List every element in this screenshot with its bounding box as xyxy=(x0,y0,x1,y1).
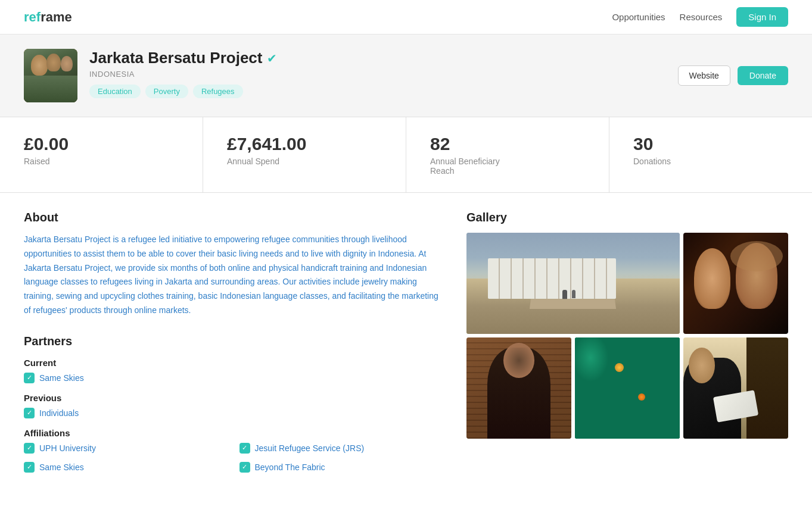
stat-beneficiary-label: Annual BeneficiaryReach xyxy=(430,157,585,176)
stat-donations-label: Donations xyxy=(633,157,788,166)
profile-title-row: Jarkata Bersatu Project ✔ xyxy=(89,49,666,67)
stats-bar: £0.00 Raised £7,641.00 Annual Spend 82 A… xyxy=(0,117,812,193)
partner-individuals: ✓ Individuals xyxy=(24,408,443,418)
partners-title: Partners xyxy=(24,335,443,348)
check-icon-beyond-fabric: ✓ xyxy=(239,462,250,473)
nav-right: Opportunities Resources Sign In xyxy=(612,7,788,27)
stat-raised-value: £0.00 xyxy=(24,134,179,154)
gallery-grid xyxy=(466,233,788,439)
check-icon: ✓ xyxy=(24,373,35,383)
right-column: Gallery xyxy=(466,211,788,493)
gallery-item-women[interactable] xyxy=(683,233,788,334)
check-icon-individuals: ✓ xyxy=(24,408,35,418)
verified-icon: ✔ xyxy=(267,51,277,65)
left-column: About Jakarta Bersatu Project is a refug… xyxy=(24,211,466,493)
profile-tags: Education Poverty Refugees xyxy=(89,85,666,98)
previous-label: Previous xyxy=(24,393,443,403)
partner-same-skies-current-name: Same Skies xyxy=(39,373,84,383)
profile-avatar xyxy=(24,49,77,102)
affiliation-beyond-fabric-name: Beyond The Fabric xyxy=(255,462,325,472)
affiliation-beyond-fabric: ✓ Beyond The Fabric xyxy=(239,462,443,473)
logo-re: ref xyxy=(24,10,41,24)
affiliation-same-skies-name: Same Skies xyxy=(39,462,84,472)
affiliations-label: Affiliations xyxy=(24,428,443,438)
stat-annual-spend: £7,641.00 Annual Spend xyxy=(203,117,406,192)
nav-resources[interactable]: Resources xyxy=(680,12,723,22)
stat-donations-value: 30 xyxy=(633,134,788,154)
profile-header: Jarkata Bersatu Project ✔ INDONESIA Educ… xyxy=(0,35,812,117)
tag-education: Education xyxy=(89,85,141,98)
stat-raised-label: Raised xyxy=(24,157,179,166)
check-icon-same-skies: ✓ xyxy=(24,462,35,473)
affiliations-grid: ✓ UPH University ✓ Jesuit Refugee Servic… xyxy=(24,443,443,476)
gallery-title: Gallery xyxy=(466,211,788,224)
website-button[interactable]: Website xyxy=(678,65,730,86)
stat-donations: 30 Donations xyxy=(609,117,812,192)
logo[interactable]: reframe xyxy=(24,10,72,25)
gallery-item-worker[interactable] xyxy=(683,337,788,439)
affiliation-jrs-name: Jesuit Refugee Service (JRS) xyxy=(255,443,365,453)
navbar: reframe Opportunities Resources Sign In xyxy=(0,0,812,35)
nav-opportunities[interactable]: Opportunities xyxy=(612,12,665,22)
profile-country: INDONESIA xyxy=(89,70,666,79)
partner-individuals-name: Individuals xyxy=(39,408,79,418)
partners-section: Partners Current ✓ Same Skies Previous ✓… xyxy=(24,335,443,476)
partner-same-skies-current: ✓ Same Skies xyxy=(24,373,443,383)
affiliation-jrs: ✓ Jesuit Refugee Service (JRS) xyxy=(239,443,443,454)
stat-annual-spend-value: £7,641.00 xyxy=(227,134,382,154)
profile-info: Jarkata Bersatu Project ✔ INDONESIA Educ… xyxy=(89,49,666,98)
profile-actions: Website Donate xyxy=(678,65,788,86)
signin-button[interactable]: Sign In xyxy=(736,7,788,27)
current-label: Current xyxy=(24,358,443,368)
logo-rest: rame xyxy=(41,10,72,24)
gallery-item-bags[interactable] xyxy=(575,337,680,439)
stat-beneficiary-value: 82 xyxy=(430,134,585,154)
about-title: About xyxy=(24,211,443,224)
affiliation-uph-name: UPH University xyxy=(39,443,96,453)
stat-beneficiary: 82 Annual BeneficiaryReach xyxy=(406,117,609,192)
check-icon-jrs: ✓ xyxy=(239,443,250,454)
donate-button[interactable]: Donate xyxy=(738,66,788,85)
stat-annual-spend-label: Annual Spend xyxy=(227,157,382,166)
check-icon-uph: ✓ xyxy=(24,443,35,454)
affiliation-uph: ✓ UPH University xyxy=(24,443,228,454)
tag-poverty: Poverty xyxy=(145,85,188,98)
affiliation-same-skies: ✓ Same Skies xyxy=(24,462,228,473)
tag-refugees: Refugees xyxy=(193,85,243,98)
main-content: About Jakarta Bersatu Project is a refug… xyxy=(0,193,812,511)
stat-raised: £0.00 Raised xyxy=(0,117,203,192)
gallery-item-camp[interactable] xyxy=(466,233,680,334)
profile-name: Jarkata Bersatu Project xyxy=(89,49,262,67)
gallery-item-woman-wall[interactable] xyxy=(466,337,571,439)
about-text: Jakarta Bersatu Project is a refugee led… xyxy=(24,233,443,318)
